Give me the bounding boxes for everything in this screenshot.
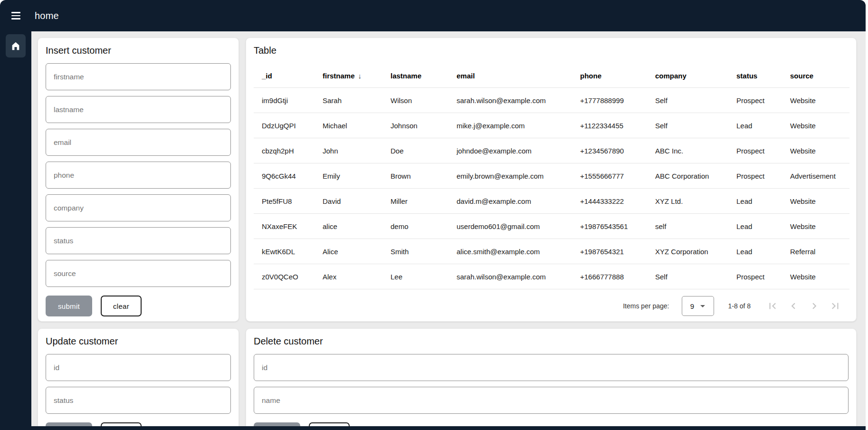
insert-buttons-row: submit clear (46, 296, 231, 316)
cell-phone: +1122334455 (580, 113, 655, 138)
first-page-button[interactable] (762, 296, 783, 316)
delete-submit-button[interactable]: submit (254, 422, 300, 426)
cell-company: Self (655, 264, 736, 289)
cell-phone: +19876543561 (580, 214, 655, 239)
update-submit-button[interactable]: submit (46, 422, 92, 426)
lastname-input[interactable] (46, 96, 231, 123)
home-icon (10, 41, 21, 51)
insert-clear-button[interactable]: clear (101, 296, 142, 316)
cell-phone: +1555666777 (580, 163, 655, 189)
table-card: Table _idfirstname↓lastnameemailphonecom… (246, 38, 857, 322)
table-row: 9Q6cGk44EmilyBrownemily.brown@example.co… (254, 163, 849, 189)
cell-phone: +1666777888 (580, 264, 655, 289)
column-header-phone[interactable]: phone (580, 64, 655, 88)
cell-source: Website (790, 189, 849, 214)
column-header-source[interactable]: source (790, 64, 849, 88)
update-status-input[interactable] (46, 387, 231, 414)
chevron-left-icon (787, 300, 800, 312)
column-header-label: lastname (391, 72, 421, 80)
sidebar-item-home[interactable] (6, 34, 26, 57)
cell-firstname: Sarah (323, 88, 391, 113)
column-header-label: status (736, 72, 757, 80)
cell-status: Lead (736, 113, 790, 138)
column-header-_id[interactable]: _id (254, 64, 323, 88)
previous-page-button[interactable] (783, 296, 804, 316)
topbar: home (0, 0, 866, 31)
table-row: kEwtK6DLAliceSmithalice.smith@example.co… (254, 239, 849, 264)
cell-_id: kEwtK6DL (254, 239, 323, 264)
cell-lastname: Brown (391, 163, 457, 189)
cell-_id: NXaxeFEK (254, 214, 323, 239)
column-header-status[interactable]: status (736, 64, 790, 88)
cell-_id: cbzqh2pH (254, 138, 323, 163)
update-clear-button[interactable]: clear (101, 422, 142, 426)
table-row: cbzqh2pHJohnDoejohndoe@example.com+12345… (254, 138, 849, 163)
column-header-email[interactable]: email (457, 64, 580, 88)
cell-lastname: Lee (391, 264, 457, 289)
cell-source: Website (790, 264, 849, 289)
cell-lastname: Wilson (391, 88, 457, 113)
cell-lastname: Johnson (391, 113, 457, 138)
page: home Insert customer submit (0, 0, 868, 430)
last-page-button[interactable] (825, 296, 846, 316)
page-size-select[interactable]: 9 (682, 296, 714, 316)
cell-_id: z0V0QCeO (254, 264, 323, 289)
delete-id-input[interactable] (254, 354, 849, 381)
cell-status: Lead (736, 214, 790, 239)
cell-phone: +1444333222 (580, 189, 655, 214)
paginator-range-label: 1-8 of 8 (728, 302, 751, 310)
column-header-label: firstname (323, 72, 355, 80)
app-window: home Insert customer submit (0, 0, 866, 430)
firstname-input[interactable] (46, 63, 231, 90)
company-input[interactable] (46, 194, 231, 221)
status-input[interactable] (46, 227, 231, 254)
cell-email: sarah.wilson@example.com (457, 264, 580, 289)
paginator: Items per page: 9 1-8 of 8 (254, 289, 849, 323)
cell-phone: +1777888999 (580, 88, 655, 113)
menu-button[interactable] (6, 6, 25, 25)
column-header-lastname[interactable]: lastname (391, 64, 457, 88)
cell-email: alice.smith@example.com (457, 239, 580, 264)
table-header: _idfirstname↓lastnameemailphonecompanyst… (254, 64, 849, 88)
customers-table: _idfirstname↓lastnameemailphonecompanyst… (254, 64, 849, 289)
cell-_id: 9Q6cGk44 (254, 163, 323, 189)
column-header-label: _id (262, 72, 272, 80)
table-header-row: _idfirstname↓lastnameemailphonecompanyst… (254, 64, 849, 88)
delete-clear-button[interactable]: clear (309, 422, 350, 426)
insert-submit-button[interactable]: submit (46, 296, 92, 316)
cell-status: Prospect (736, 264, 790, 289)
cell-email: sarah.wilson@example.com (457, 88, 580, 113)
cell-phone: +1234567890 (580, 138, 655, 163)
phone-input[interactable] (46, 162, 231, 189)
email-input[interactable] (46, 129, 231, 156)
cell-source: Website (790, 88, 849, 113)
topbar-title: home (35, 10, 59, 21)
cell-firstname: Alice (323, 239, 391, 264)
update-id-input[interactable] (46, 354, 231, 381)
delete-name-input[interactable] (254, 387, 849, 414)
cell-company: XYZ Corporation (655, 239, 736, 264)
cell-status: Prospect (736, 163, 790, 189)
cell-company: Self (655, 113, 736, 138)
column-header-label: email (457, 72, 475, 80)
cell-status: Lead (736, 189, 790, 214)
cell-status: Prospect (736, 88, 790, 113)
column-header-firstname[interactable]: firstname↓ (323, 64, 391, 88)
cell-email: emily.brown@example.com (457, 163, 580, 189)
source-input[interactable] (46, 260, 231, 287)
cell-source: Website (790, 138, 849, 163)
cell-email: johndoe@example.com (457, 138, 580, 163)
delete-customer-card: Delete customer submit clear (246, 328, 857, 426)
delete-card-title: Delete customer (254, 335, 849, 347)
chevron-right-icon (808, 300, 820, 312)
cell-source: Website (790, 113, 849, 138)
cell-lastname: demo (391, 214, 457, 239)
cell-firstname: Emily (323, 163, 391, 189)
cell-email: mike.j@example.com (457, 113, 580, 138)
table-row: im9dGtjiSarahWilsonsarah.wilson@example.… (254, 88, 849, 113)
sort-arrow-icon: ↓ (358, 72, 362, 80)
cell-firstname: Alex (323, 264, 391, 289)
last-page-icon (829, 300, 841, 312)
next-page-button[interactable] (804, 296, 825, 316)
column-header-company[interactable]: company (655, 64, 736, 88)
